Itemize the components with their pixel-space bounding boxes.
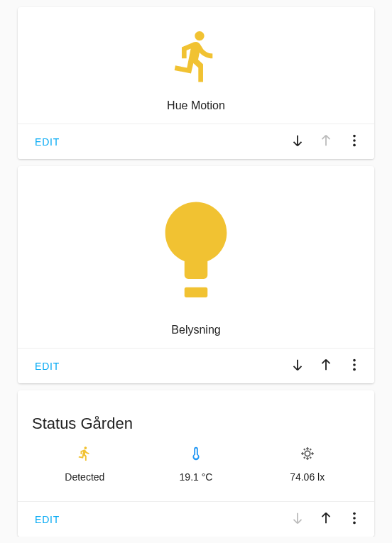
move-up-button[interactable]	[312, 505, 340, 534]
card-body: Status Gården Detected 19.1 °C 74.06 lx	[18, 390, 374, 501]
more-options-button[interactable]	[340, 352, 369, 380]
action-bar: EDIT	[18, 348, 374, 383]
svg-point-9	[353, 522, 356, 525]
running-person-icon	[168, 24, 224, 91]
svg-point-1	[353, 139, 356, 142]
status-item-brightness: 74.06 lx	[251, 446, 363, 483]
svg-point-5	[353, 363, 356, 366]
edit-button[interactable]: EDIT	[35, 131, 60, 153]
move-up-button	[312, 128, 340, 156]
card-label: Hue Motion	[167, 99, 225, 112]
card-status-garden: Status Gården Detected 19.1 °C 74.06 lx	[18, 390, 374, 537]
arrow-up-icon	[318, 133, 334, 150]
card-label: Belysning	[171, 324, 220, 336]
edit-button[interactable]: EDIT	[35, 355, 60, 378]
svg-point-7	[353, 512, 356, 515]
running-person-icon	[77, 446, 92, 464]
more-vert-icon	[347, 357, 362, 375]
arrow-down-icon	[290, 357, 305, 375]
status-value: 74.06 lx	[290, 471, 325, 483]
card-belysning: Belysning EDIT	[18, 166, 374, 383]
status-item-temperature: 19.1 °C	[141, 446, 252, 483]
status-item-motion: Detected	[29, 446, 141, 483]
status-value: 19.1 °C	[180, 471, 213, 483]
card-body: Hue Motion	[18, 7, 374, 124]
move-down-button	[283, 505, 312, 534]
arrow-up-icon	[318, 510, 334, 528]
svg-point-8	[353, 517, 356, 520]
arrow-down-icon	[290, 510, 305, 528]
status-value: Detected	[65, 471, 104, 483]
move-down-button[interactable]	[283, 352, 312, 380]
arrow-down-icon	[290, 133, 305, 150]
more-vert-icon	[347, 510, 362, 528]
card-title: Status Gården	[29, 402, 363, 433]
move-down-button[interactable]	[283, 128, 312, 156]
edit-button[interactable]: EDIT	[35, 508, 60, 531]
arrow-up-icon	[318, 357, 334, 375]
thermometer-icon	[188, 446, 204, 464]
move-up-button[interactable]	[312, 352, 340, 380]
svg-point-2	[353, 144, 356, 147]
svg-rect-3	[185, 287, 208, 297]
brightness-icon	[300, 446, 315, 464]
more-options-button[interactable]	[340, 128, 369, 156]
svg-point-4	[353, 359, 356, 362]
action-bar: EDIT	[18, 501, 374, 537]
svg-point-6	[353, 368, 356, 371]
status-row: Detected 19.1 °C 74.06 lx	[29, 433, 363, 490]
more-options-button[interactable]	[340, 505, 369, 534]
card-hue-motion: Hue Motion EDIT	[18, 7, 374, 159]
more-vert-icon	[347, 133, 362, 150]
svg-point-0	[353, 135, 356, 138]
lightbulb-icon	[150, 192, 242, 315]
action-bar: EDIT	[18, 124, 374, 159]
card-body: Belysning	[18, 166, 374, 348]
